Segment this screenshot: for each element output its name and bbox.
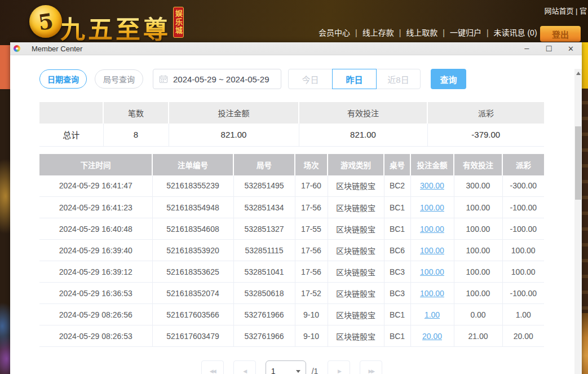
scroll-up-icon[interactable] [576,72,581,75]
window-app-icon [14,45,20,52]
today-button[interactable]: 今日 [288,69,333,89]
nav-online-withdraw[interactable]: 线上取款 [406,28,437,37]
bet-id-cell: 521618353920 [152,240,233,261]
round-no-cell: 532851434 [233,197,295,218]
session-cell: 17-56 [295,197,328,218]
session-cell: 17-60 [295,175,328,197]
bet-time-cell: 2024-05-29 16:41:47 [39,175,152,197]
nav-unread-messages[interactable]: 未读讯息 (0) [494,28,537,37]
window-controls: ─ ☐ ✕ [516,42,582,55]
bet-id-cell: 521618352074 [152,283,233,304]
summary-bet-amount-value: 821.00 [169,124,299,146]
bet-amount-link[interactable]: 100.00 [420,289,444,298]
game-type-cell: 区块链骰宝 [328,283,384,304]
round-no-cell: 532850618 [233,283,295,304]
bet-table-row: 2024-05-29 16:39:40 521618353920 5328511… [39,240,544,261]
calendar-icon [159,74,168,83]
date-range-input[interactable]: 2024-05-29 ~ 2024-05-29 [153,69,281,89]
session-cell: 17-56 [295,240,328,261]
bet-id-cell: 521618354948 [152,197,233,218]
nav-separator: | [487,28,489,37]
date-query-tab[interactable]: 日期查询 [39,69,87,89]
bet-time-cell: 2024-05-29 16:39:40 [39,240,152,261]
yesterday-button[interactable]: 昨日 [332,69,377,89]
home-page-link[interactable]: 网站首页 | 官 [544,5,587,16]
payout-cell: -100.00 [502,283,544,304]
nav-separator: | [355,28,357,37]
window-title: Member Center [32,45,82,53]
payout-cell: 20.00 [502,325,544,347]
bet-amount-link[interactable]: 100.00 [420,267,444,276]
bet-time-cell: 2024-05-29 16:41:23 [39,197,152,218]
bet-time-cell: 2024-05-29 16:39:12 [39,261,152,283]
window-scrollbar[interactable] [574,69,582,374]
last-page-icon[interactable]: ▶▶ [360,360,382,374]
bet-amount-link[interactable]: 300.00 [420,181,444,190]
background-right-strip-dark [582,89,588,313]
site-logo-icon: 5 [29,5,62,38]
first-page-icon[interactable]: ◀◀ [201,360,224,374]
valid-bet-cell: 100.00 [454,218,502,240]
game-type-cell: 区块链骰宝 [328,240,384,261]
round-no-cell: 532851041 [233,261,295,283]
session-cell: 9-10 [295,325,328,347]
bet-amount-cell: 100.00 [410,197,454,218]
summary-table: 笔数 投注金额 有效投注 派彩 总计 8 821.00 821.00 -379. [39,102,544,147]
nav-one-key-transfer[interactable]: 一键归户 [450,28,481,37]
game-type-cell: 区块链骰宝 [328,175,384,197]
bet-amount-link[interactable]: 20.00 [422,332,442,341]
background-right-strip-gold [582,313,588,374]
summary-total-row: 总计 8 821.00 821.00 -379.00 [39,124,544,146]
payout-cell: 100.00 [502,240,544,261]
round-query-tab[interactable]: 局号查询 [95,69,143,89]
bet-table-row: 2024-05-29 16:40:48 521618354608 5328513… [39,218,544,240]
bet-table-header-row: 下注时间 注单编号 局号 场次 游戏类别 桌号 投注金额 有效投注 派彩 [39,154,544,175]
close-icon[interactable]: ✕ [560,42,582,55]
minimize-icon[interactable]: ─ [516,42,538,55]
next-page-icon[interactable]: ▶ [328,360,350,374]
game-type-cell: 区块链骰宝 [328,325,384,347]
page: 5 九五至尊 娱乐城 网站首页 | 官 会员中心|线上存款|线上取款|一键归户|… [0,0,588,374]
maximize-icon[interactable]: ☐ [538,42,560,55]
round-no-cell: 532851115 [233,240,295,261]
search-button[interactable]: 查询 [431,69,466,89]
header-payout: 派彩 [502,154,544,175]
logout-button[interactable]: 登出 [540,26,581,42]
nav-member-center[interactable]: 会员中心 [319,28,350,37]
prev-page-icon[interactable]: ◀ [233,360,256,374]
payout-cell: -300.00 [502,175,544,197]
summary-total-label: 总计 [39,124,103,146]
bet-amount-cell: 100.00 [410,218,454,240]
valid-bet-cell: 100.00 [454,197,502,218]
background-left-strip [0,89,10,374]
bet-time-cell: 2024-05-29 16:36:53 [39,283,152,304]
table-no-cell: BC1 [384,304,410,325]
round-no-cell: 532761966 [233,325,295,347]
header-round-no: 局号 [233,154,295,175]
bet-amount-link[interactable]: 100.00 [420,203,444,212]
payout-cell: 100.00 [502,261,544,283]
header-bet-id: 注单编号 [152,154,233,175]
bet-amount-link[interactable]: 100.00 [420,225,444,234]
background-right-strip-yellow [582,42,588,89]
window-content: 日期查询 局号查询 2024-05-29 ~ 2024-05-29 [10,69,544,374]
main-nav: 会员中心|线上存款|线上取款|一键归户|未读讯息 (0) [319,27,537,38]
bet-id-cell: 521618354608 [152,218,233,240]
last-8-days-button[interactable]: 近8日 [376,69,421,89]
bet-amount-cell: 1.00 [410,304,454,325]
game-type-cell: 区块链骰宝 [328,197,384,218]
header-bet-time: 下注时间 [39,154,152,175]
summary-header-blank [39,102,103,124]
site-logo-badge: 娱乐城 [173,7,184,38]
bet-amount-link[interactable]: 1.00 [425,310,440,319]
bet-id-cell: 521618355239 [152,175,233,197]
bet-table-row: 2024-05-29 08:26:53 521617603479 5327619… [39,325,544,347]
scrollbar-thumb[interactable] [575,126,581,200]
page-select[interactable]: 1 [266,360,306,374]
site-logo-title: 九五至尊 [60,10,171,46]
valid-bet-cell: 21.00 [454,325,502,347]
nav-online-deposit[interactable]: 线上存款 [362,28,394,37]
quick-date-group: 今日 昨日 近8日 [288,69,421,89]
bet-amount-link[interactable]: 100.00 [420,246,444,255]
header-game-type: 游戏类别 [328,154,384,175]
